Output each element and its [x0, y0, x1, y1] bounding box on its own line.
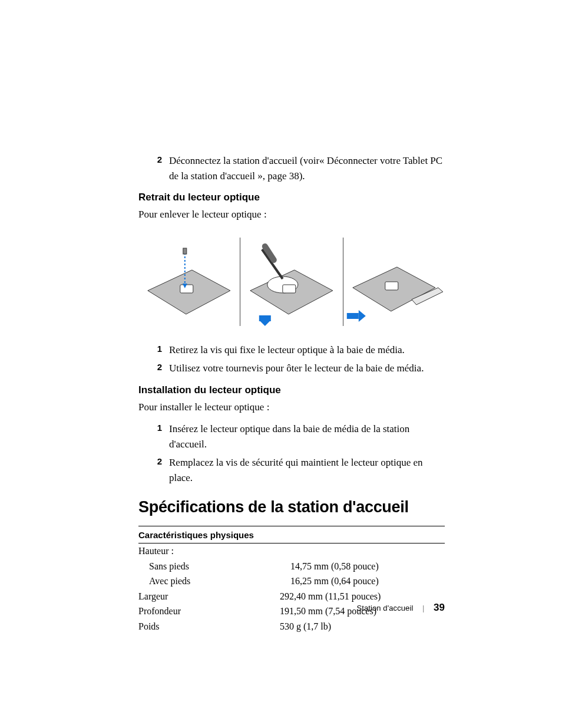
svg-marker-16 — [359, 310, 366, 322]
step-text: Insérez le lecteur optique dans la baie … — [169, 421, 445, 452]
step-number: 1 — [138, 421, 169, 435]
list-item: 2 Utilisez votre tournevis pour ôter le … — [138, 361, 445, 376]
step-list-top: 2 Déconnectez la station d'accueil (voir… — [138, 153, 445, 183]
step-number: 2 — [138, 153, 169, 167]
diagram-panel-2 — [241, 238, 342, 326]
step-number: 2 — [138, 361, 169, 374]
svg-rect-1 — [180, 285, 193, 293]
footer-page-number: 39 — [434, 602, 445, 613]
spec-label: Hauteur : — [138, 543, 280, 559]
list-item: 1 Insérez le lecteur optique dans la bai… — [138, 421, 445, 452]
svg-rect-7 — [283, 285, 296, 293]
step-list-remove: 1 Retirez la vis qui fixe le lecteur opt… — [138, 342, 445, 376]
diagram-panel-1 — [138, 238, 240, 326]
step-text: Retirez la vis qui fixe le lecteur optiq… — [169, 342, 405, 358]
table-row: Avec pieds16,25 mm (0,64 pouce) — [138, 574, 445, 589]
svg-rect-13 — [385, 282, 398, 290]
heading-specs: Spécifications de la station d'accueil — [138, 498, 445, 516]
diagram-remove-optical-drive — [138, 229, 445, 337]
svg-rect-4 — [183, 248, 187, 254]
table-row: Hauteur : — [138, 543, 445, 559]
spec-value: 14,75 mm (0,58 pouce) — [290, 559, 445, 574]
table-heading: Caractéristiques physiques — [138, 526, 445, 543]
step-list-install: 1 Insérez le lecteur optique dans la bai… — [138, 421, 445, 485]
page-footer: Station d'accueil | 39 — [138, 602, 445, 614]
spec-value: 16,25 mm (0,64 pouce) — [290, 574, 445, 589]
svg-rect-15 — [347, 313, 359, 319]
list-item: 2 Déconnectez la station d'accueil (voir… — [138, 153, 445, 183]
subheading-install: Installation du lecteur optique — [138, 384, 445, 396]
spec-value — [280, 543, 445, 559]
intro-install: Pour installer le lecteur optique : — [138, 400, 445, 415]
step-number: 1 — [138, 342, 169, 356]
specs-table: Hauteur :Sans pieds14,75 mm (0,58 pouce)… — [138, 543, 445, 634]
spec-label: Avec pieds — [138, 574, 290, 589]
step-text: Utilisez votre tournevis pour ôter le le… — [169, 361, 424, 376]
svg-line-9 — [265, 246, 274, 260]
spec-label: Sans pieds — [138, 559, 290, 574]
footer-section: Station d'accueil — [356, 604, 413, 612]
svg-rect-11 — [259, 315, 271, 321]
diagram-panel-3 — [343, 238, 445, 326]
spec-label: Poids — [138, 619, 280, 634]
table-row: Sans pieds14,75 mm (0,58 pouce) — [138, 559, 445, 574]
table-row: Poids530 g (1,7 lb) — [138, 619, 445, 634]
step-text: Remplacez la vis de sécurité qui maintie… — [169, 455, 445, 485]
footer-separator: | — [422, 604, 424, 612]
subheading-remove: Retrait du lecteur optique — [138, 192, 445, 203]
step-number: 2 — [138, 455, 169, 469]
step-text: Déconnectez la station d'accueil (voir« … — [169, 153, 445, 183]
list-item: 2 Remplacez la vis de sécurité qui maint… — [138, 455, 445, 485]
list-item: 1 Retirez la vis qui fixe le lecteur opt… — [138, 342, 445, 358]
spec-value: 530 g (1,7 lb) — [280, 619, 445, 634]
intro-remove: Pour enlever le lecteur optique : — [138, 207, 445, 222]
